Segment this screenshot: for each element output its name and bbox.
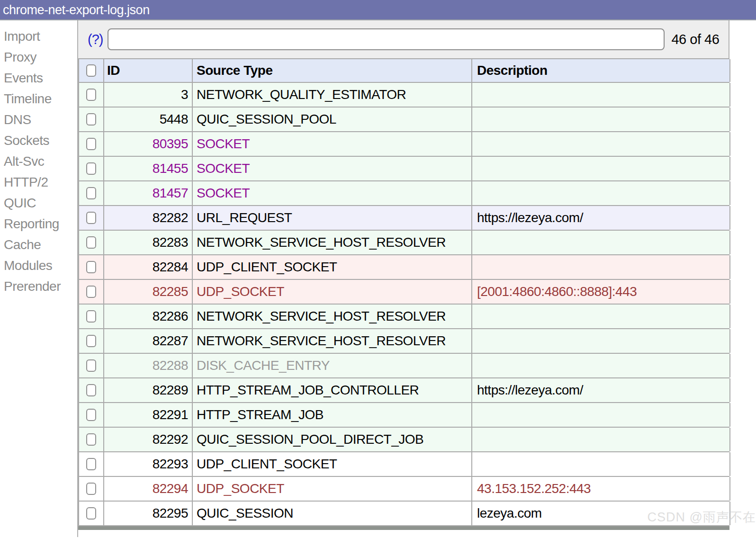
row-checkbox[interactable] [86,89,96,101]
events-table: ID Source Type Description 3 NETWORK_QUA… [78,58,729,530]
row-description [472,157,730,180]
column-header-id[interactable]: ID [104,59,193,82]
row-source-type: SOCKET [193,157,472,180]
row-id: 82293 [104,452,193,476]
filter-toolbar: (?) 46 of 46 [78,20,729,58]
row-checkbox-cell [79,181,104,205]
row-checkbox[interactable] [86,212,96,224]
row-checkbox[interactable] [86,138,96,150]
table-row[interactable]: 81455 SOCKET [78,157,729,181]
row-description: https://lezeya.com/ [472,206,730,230]
header-checkbox-cell [79,59,104,82]
row-checkbox[interactable] [86,335,96,347]
table-row[interactable]: 82285 UDP_SOCKET [2001:4860:4860::8888]:… [78,280,729,305]
row-description: lezeya.com [472,502,730,525]
row-description [472,231,730,254]
table-row[interactable]: 82293 UDP_CLIENT_SOCKET [78,452,729,477]
window-title: chrome-net-export-log.json [3,3,150,17]
row-source-type: SOCKET [193,181,472,205]
table-row[interactable]: 3 NETWORK_QUALITY_ESTIMATOR [78,83,729,108]
table-row[interactable]: 82288 DISK_CACHE_ENTRY [78,354,729,378]
sidebar-item-import[interactable]: Import [0,26,77,47]
row-id: 82282 [104,206,193,230]
row-source-type: URL_REQUEST [193,206,472,230]
filter-input[interactable] [108,28,665,50]
sidebar-item-label: DNS [4,112,31,127]
help-link[interactable]: (?) [88,32,103,47]
column-header-description[interactable]: Description [472,59,730,82]
sidebar-item-reporting[interactable]: Reporting [0,214,77,234]
row-checkbox[interactable] [86,113,96,126]
window-title-bar: chrome-net-export-log.json [0,0,756,20]
row-checkbox-cell [79,354,104,377]
row-checkbox[interactable] [86,261,96,273]
sidebar-item-prerender[interactable]: Prerender [0,276,77,297]
sidebar-item-http-2[interactable]: HTTP/2 [0,172,77,193]
table-row[interactable]: 82289 HTTP_STREAM_JOB_CONTROLLER https:/… [78,378,729,403]
table-row[interactable]: 82286 NETWORK_SERVICE_HOST_RESOLVER [78,305,729,329]
row-description [472,83,730,107]
row-description: https://lezeya.com/ [472,378,730,402]
sidebar-item-label: Reporting [4,216,59,231]
row-id: 82292 [104,428,193,451]
select-all-checkbox[interactable] [86,64,96,77]
table-row[interactable]: 82284 UDP_CLIENT_SOCKET [78,255,729,280]
row-id: 82284 [104,255,193,279]
sidebar-item-quic[interactable]: QUIC [0,193,77,214]
row-source-type: SOCKET [193,132,472,156]
table-row[interactable]: 82283 NETWORK_SERVICE_HOST_RESOLVER [78,231,729,255]
sidebar-item-modules[interactable]: Modules [0,255,77,276]
row-checkbox[interactable] [86,359,96,372]
sidebar-item-cache[interactable]: Cache [0,234,77,255]
table-row[interactable]: 82295 QUIC_SESSION lezeya.com [78,502,729,526]
row-checkbox[interactable] [86,286,96,298]
column-header-source-type[interactable]: Source Type [193,59,472,82]
row-checkbox[interactable] [86,236,96,249]
table-row[interactable]: 82292 QUIC_SESSION_POOL_DIRECT_JOB [78,428,729,452]
sidebar-item-label: Sockets [4,133,49,148]
sidebar-item-dns[interactable]: DNS [0,109,77,130]
row-checkbox[interactable] [86,409,96,421]
row-checkbox[interactable] [86,162,96,175]
sidebar-item-sockets[interactable]: Sockets [0,130,77,151]
row-checkbox[interactable] [86,187,96,199]
row-checkbox-cell [79,280,104,304]
table-row[interactable]: 81457 SOCKET [78,181,729,206]
row-checkbox[interactable] [86,458,96,470]
row-checkbox-cell [79,452,104,476]
row-checkbox[interactable] [86,507,96,520]
row-source-type: QUIC_SESSION [193,502,472,525]
sidebar-item-timeline[interactable]: Timeline [0,89,77,109]
row-checkbox[interactable] [86,310,96,323]
row-id: 82287 [104,329,193,353]
row-description: [2001:4860:4860::8888]:443 [472,280,730,304]
row-checkbox-cell [79,157,104,180]
row-id: 81455 [104,157,193,180]
sidebar-item-label: QUIC [4,196,36,210]
row-id: 82288 [104,354,193,377]
row-checkbox-cell [79,305,104,328]
row-description [472,354,730,377]
row-checkbox[interactable] [86,433,96,446]
sidebar-item-proxy[interactable]: Proxy [0,47,77,68]
row-checkbox-cell [79,83,104,107]
row-checkbox-cell [79,255,104,279]
row-id: 82295 [104,502,193,525]
table-row[interactable]: 82291 HTTP_STREAM_JOB [78,403,729,428]
row-checkbox[interactable] [86,483,96,495]
row-description [472,403,730,427]
table-row[interactable]: 82282 URL_REQUEST https://lezeya.com/ [78,206,729,231]
table-row[interactable]: 82294 UDP_SOCKET 43.153.152.252:443 [78,477,729,502]
row-id: 82283 [104,231,193,254]
table-row[interactable]: 5448 QUIC_SESSION_POOL [78,108,729,132]
row-checkbox[interactable] [86,384,96,396]
sidebar-item-label: Modules [4,258,52,273]
table-row[interactable]: 80395 SOCKET [78,132,729,157]
row-description [472,181,730,205]
sidebar-item-events[interactable]: Events [0,68,77,89]
row-source-type: NETWORK_SERVICE_HOST_RESOLVER [193,305,472,328]
sidebar-item-alt-svc[interactable]: Alt-Svc [0,151,77,172]
row-description [472,255,730,279]
table-row[interactable]: 82287 NETWORK_SERVICE_HOST_RESOLVER [78,329,729,354]
row-description [472,108,730,131]
